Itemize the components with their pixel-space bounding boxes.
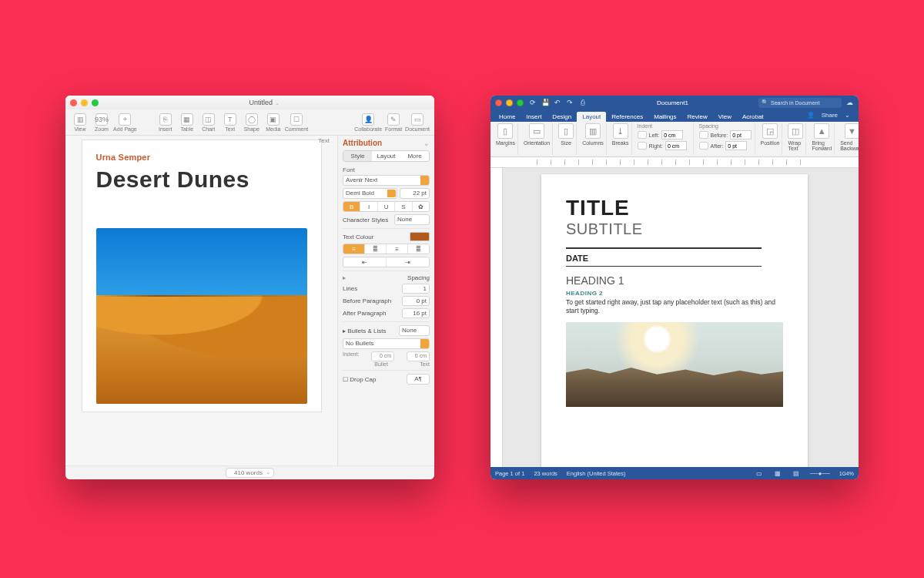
web-layout-icon[interactable]: ▤ bbox=[792, 469, 801, 478]
font-weight-select[interactable]: Demi Bold bbox=[343, 188, 397, 199]
align-center-icon[interactable]: ≣ bbox=[365, 244, 387, 254]
spacing-before-input[interactable] bbox=[730, 130, 752, 139]
tab-mailings[interactable]: Mailings bbox=[648, 112, 681, 122]
vertical-ruler[interactable] bbox=[490, 168, 503, 467]
collaborate-button[interactable]: 👤Collaborate bbox=[354, 113, 382, 132]
document-image[interactable] bbox=[96, 228, 307, 404]
tab-references[interactable]: References bbox=[606, 112, 648, 122]
print-icon[interactable]: ⎙ bbox=[578, 98, 587, 107]
bullets-label[interactable]: Bullets & Lists bbox=[347, 328, 386, 334]
undo-icon[interactable]: ↶ bbox=[553, 98, 562, 107]
bullets-select[interactable]: None bbox=[399, 325, 430, 336]
lines-input[interactable]: 1 bbox=[402, 284, 430, 294]
text-colour-swatch[interactable] bbox=[410, 232, 430, 241]
redo-icon[interactable]: ↷ bbox=[565, 98, 574, 107]
close-icon[interactable] bbox=[70, 99, 77, 106]
bring-forward-button[interactable]: ▲Bring Forward bbox=[809, 123, 835, 155]
document-canvas[interactable]: Text Urna Semper Desert Dunes bbox=[65, 136, 337, 465]
media-button[interactable]: ▣Media bbox=[263, 113, 283, 132]
align-justify-icon[interactable]: ≣ bbox=[408, 244, 429, 254]
char-styles-select[interactable]: None bbox=[394, 214, 430, 225]
size-button[interactable]: ▯Size bbox=[556, 123, 577, 155]
wrap-text-button[interactable]: ◫Wrap Text bbox=[785, 123, 806, 155]
doc-subtitle[interactable]: SUBTITLE bbox=[566, 220, 783, 238]
status-words[interactable]: 23 words bbox=[534, 470, 557, 477]
document-button[interactable]: ▭Document bbox=[405, 113, 430, 132]
tab-style[interactable]: Style bbox=[343, 151, 372, 161]
bold-button[interactable]: B bbox=[343, 202, 360, 211]
minimize-icon[interactable] bbox=[506, 99, 513, 106]
font-size-input[interactable]: 22 pt bbox=[400, 188, 430, 199]
comment-button[interactable]: ☐Comment bbox=[285, 113, 308, 132]
doc-date[interactable]: DATE bbox=[566, 254, 783, 263]
text-indent-input[interactable]: 0 cm bbox=[407, 351, 430, 361]
margins-button[interactable]: ▯Margins bbox=[494, 123, 518, 155]
close-icon[interactable] bbox=[495, 99, 502, 106]
align-left-icon[interactable]: ≡ bbox=[343, 244, 365, 254]
zoom-button[interactable]: 93%Zoom bbox=[92, 113, 112, 132]
search-input[interactable]: 🔍 Search in Document bbox=[758, 98, 842, 108]
indent-icon[interactable]: ⇥ bbox=[387, 257, 429, 267]
sync-icon[interactable]: ☁ bbox=[845, 98, 854, 107]
autosave-icon[interactable]: ⟳ bbox=[528, 98, 537, 107]
before-para-input[interactable]: 0 pt bbox=[402, 296, 430, 306]
tab-layout[interactable]: Layout bbox=[577, 112, 606, 122]
outdent-icon[interactable]: ⇤ bbox=[343, 257, 387, 267]
indent-left-input[interactable] bbox=[661, 130, 683, 139]
font-family-select[interactable]: Avenir Next bbox=[343, 175, 430, 186]
doc-heading1[interactable]: HEADING 1 bbox=[566, 274, 783, 287]
save-icon[interactable]: 💾 bbox=[541, 98, 550, 107]
text-button[interactable]: TText bbox=[220, 113, 240, 132]
word-count[interactable]: 410 words bbox=[226, 468, 274, 478]
dropcap-label[interactable]: Drop Cap bbox=[350, 376, 376, 383]
doc-title[interactable]: TITLE bbox=[566, 196, 783, 220]
breaks-button[interactable]: ⤓Breaks bbox=[610, 123, 632, 155]
inspector-title[interactable]: Attribution bbox=[343, 139, 430, 147]
status-language[interactable]: English (United States) bbox=[567, 470, 626, 477]
dropcap-style[interactable]: A¶ bbox=[407, 374, 430, 385]
minimize-icon[interactable] bbox=[81, 99, 88, 106]
status-page[interactable]: Page 1 of 1 bbox=[495, 470, 524, 477]
doc-heading2[interactable]: HEADING 2 bbox=[566, 290, 783, 297]
doc-body-text[interactable]: To get started right away, just tap any … bbox=[566, 298, 783, 316]
shape-button[interactable]: ◯Shape bbox=[242, 113, 262, 132]
chart-button[interactable]: ◫Chart bbox=[199, 113, 219, 132]
tab-design[interactable]: Design bbox=[547, 112, 577, 122]
tab-home[interactable]: Home bbox=[494, 112, 521, 122]
format-button[interactable]: ✎Format bbox=[383, 113, 403, 132]
insert-button[interactable]: ⎘Insert bbox=[156, 113, 176, 132]
indent-right-input[interactable] bbox=[665, 141, 687, 150]
share-button[interactable]: 👤 Share ⌄ bbox=[802, 109, 855, 122]
author-text[interactable]: Urna Semper bbox=[96, 153, 307, 162]
table-button[interactable]: ▦Table bbox=[177, 113, 197, 132]
after-para-input[interactable]: 16 pt bbox=[402, 308, 430, 318]
horizontal-ruler[interactable] bbox=[490, 157, 859, 168]
columns-button[interactable]: ▥Columns bbox=[580, 123, 607, 155]
print-layout-icon[interactable]: ▦ bbox=[773, 469, 782, 478]
bullet-indent-input[interactable]: 0 cm bbox=[371, 351, 394, 361]
tab-layout[interactable]: Layout bbox=[372, 151, 400, 161]
strike-button[interactable]: S bbox=[395, 202, 412, 211]
zoom-level[interactable]: 104% bbox=[839, 470, 854, 477]
tab-more[interactable]: More bbox=[400, 151, 429, 161]
orientation-button[interactable]: ▭Orientation bbox=[521, 123, 553, 155]
zoom-window-icon[interactable] bbox=[92, 99, 99, 106]
doc-image[interactable] bbox=[566, 322, 783, 407]
send-backward-button[interactable]: ▼Send Backward bbox=[838, 123, 859, 155]
bullet-style-select[interactable]: No Bullets bbox=[343, 338, 430, 349]
zoom-window-icon[interactable] bbox=[517, 99, 524, 106]
focus-view-icon[interactable]: ▭ bbox=[755, 469, 764, 478]
spacing-after-input[interactable] bbox=[725, 141, 747, 150]
spacing-label[interactable]: Spacing bbox=[407, 274, 430, 281]
view-button[interactable]: ▥View bbox=[70, 113, 90, 132]
document-page[interactable]: Urna Semper Desert Dunes bbox=[82, 140, 321, 412]
tab-acrobat[interactable]: Acrobat bbox=[737, 112, 769, 122]
word-page[interactable]: TITLE SUBTITLE DATE HEADING 1 HEADING 2 … bbox=[541, 174, 808, 467]
italic-button[interactable]: I bbox=[360, 202, 377, 211]
style-options-button[interactable]: ✿ bbox=[413, 202, 429, 211]
zoom-slider[interactable]: ──●── bbox=[810, 470, 830, 477]
add-page-button[interactable]: ＋Add Page bbox=[113, 113, 137, 132]
tab-view[interactable]: View bbox=[713, 112, 737, 122]
position-button[interactable]: ◲Position bbox=[758, 123, 783, 155]
align-right-icon[interactable]: ≡ bbox=[387, 244, 408, 254]
